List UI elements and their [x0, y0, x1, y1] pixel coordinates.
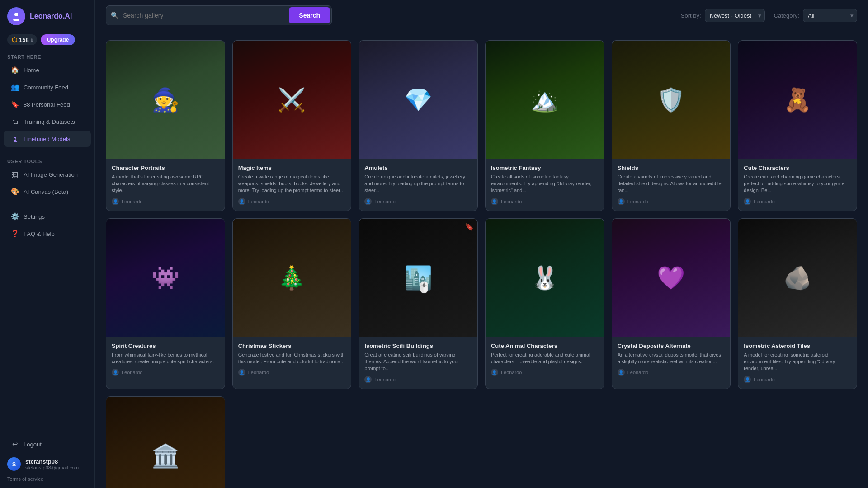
model-card-character-portraits[interactable]: 🧙Character PortraitsA model that's for c…	[106, 40, 225, 211]
author-avatar: 👤	[364, 198, 372, 205]
info-icon[interactable]: ℹ	[31, 37, 33, 43]
model-card-spirit-creatures[interactable]: 👾Spirit CreaturesFrom whimsical fairy-li…	[106, 218, 225, 389]
card-body-isometric-asteroid-tiles: Isometric Asteroid TilesA model for crea…	[738, 337, 857, 389]
user-name: stefanstp08	[25, 458, 79, 465]
model-card-shields[interactable]: 🛡️ShieldsCreate a variety of impressivel…	[612, 40, 731, 211]
card-body-magic-items: Magic ItemsCreate a wide range of magica…	[233, 159, 351, 211]
model-card-amulets[interactable]: 💎AmuletsCreate unique and intricate amul…	[359, 40, 478, 211]
card-desc-isometric-scifi-buildings: Great at creating scifi buildings of var…	[364, 352, 472, 372]
model-card-isometric-asteroid-tiles[interactable]: 🪨Isometric Asteroid TilesA model for cre…	[738, 218, 857, 389]
sidebar-item-community-feed[interactable]: 👥 Community Feed	[4, 79, 91, 95]
card-title-cute-animal-characters: Cute Animal Characters	[491, 343, 599, 349]
logout-item[interactable]: ↩ Logout	[4, 436, 91, 452]
gallery-container[interactable]: 🧙Character PortraitsA model that's for c…	[95, 31, 868, 488]
sidebar-item-ai-image-gen[interactable]: 🖼 AI Image Generation	[4, 166, 91, 183]
card-desc-shields: Create a variety of impressively varied …	[618, 174, 725, 194]
category-select-wrap: All Characters Environments Objects	[803, 9, 857, 22]
author-avatar: 👤	[618, 198, 625, 205]
bookmark-icon-isometric-scifi-buildings[interactable]: 🔖	[465, 222, 474, 231]
logout-label: Logout	[24, 441, 42, 448]
canvas-icon: 🎨	[11, 188, 19, 196]
user-profile[interactable]: S stefanstp08 stefanstp08@gmail.com	[0, 453, 94, 475]
sidebar-bottom: ↩ Logout S stefanstp08 stefanstp08@gmail…	[0, 436, 94, 488]
model-card-cute-animal-characters[interactable]: 🐰Cute Animal CharactersPerfect for creat…	[485, 218, 604, 389]
community-icon: 👥	[11, 83, 19, 91]
model-card-isometric-scifi-buildings[interactable]: 🏙️🖱️🔖Isometric Scifi BuildingsGreat at c…	[359, 218, 478, 389]
card-body-character-portraits: Character PortraitsA model that's for cr…	[106, 159, 225, 211]
card-author-cute-characters: 👤Leonardo	[744, 198, 851, 205]
token-icon: ⬡	[12, 36, 17, 43]
sidebar-item-training[interactable]: 🗂 Training & Datasets	[4, 113, 91, 130]
card-desc-isometric-fantasy: Create all sorts of isometric fantasy en…	[491, 174, 599, 194]
faq-label: FAQ & Help	[24, 230, 55, 237]
model-card-cute-characters[interactable]: 🧸Cute CharactersCreate cute and charming…	[738, 40, 857, 211]
gallery-grid: 🧙Character PortraitsA model that's for c…	[106, 40, 857, 488]
model-card-magic-items[interactable]: ⚔️Magic ItemsCreate a wide range of magi…	[232, 40, 352, 211]
card-desc-character-portraits: A model that's for creating awesome RPG …	[112, 174, 219, 194]
category-select[interactable]: All Characters Environments Objects	[803, 9, 857, 22]
card-body-crystal-deposits-alternate: Crystal Deposits AlternateAn alternative…	[612, 337, 731, 382]
card-body-isometric-fantasy: Isometric FantasyCreate all sorts of iso…	[486, 159, 604, 211]
finetuned-icon: 🎛	[11, 135, 19, 143]
author-avatar: 👤	[238, 369, 245, 376]
card-body-cute-characters: Cute CharactersCreate cute and charming …	[738, 159, 857, 211]
card-title-crystal-deposits-alternate: Crystal Deposits Alternate	[618, 343, 725, 349]
author-name: Leonardo	[501, 199, 522, 204]
credits-badge: ⬡ 158 ℹ	[7, 34, 37, 45]
card-body-cute-animal-characters: Cute Animal CharactersPerfect for creati…	[486, 337, 604, 382]
image-gen-icon: 🖼	[11, 170, 19, 178]
card-author-isometric-asteroid-tiles: 👤Leonardo	[744, 376, 851, 383]
model-card-christmas-stickers[interactable]: 🎄Christmas StickersGenerate festive and …	[232, 218, 352, 389]
card-author-magic-items: 👤Leonardo	[238, 198, 346, 205]
card-author-isometric-fantasy: 👤Leonardo	[491, 198, 599, 205]
logout-icon: ↩	[11, 440, 19, 448]
logo-avatar	[7, 7, 25, 25]
card-title-shields: Shields	[618, 164, 725, 171]
sidebar-item-ai-canvas[interactable]: 🎨 AI Canvas (Beta)	[4, 183, 91, 200]
author-avatar: 👤	[112, 369, 119, 376]
sidebar-item-settings[interactable]: ⚙️ Settings	[4, 208, 91, 225]
sidebar-item-finetuned-models[interactable]: 🎛 Finetuned Models	[4, 131, 91, 147]
card-title-christmas-stickers: Christmas Stickers	[238, 343, 346, 349]
author-avatar: 👤	[744, 376, 751, 383]
card-desc-isometric-asteroid-tiles: A model for creating isometric asteroid …	[744, 352, 851, 372]
author-name: Leonardo	[248, 199, 269, 204]
card-author-character-portraits: 👤Leonardo	[112, 198, 219, 205]
search-bar: 🔍 Search	[106, 5, 332, 25]
card-image-leonardo-signature: 🏛️	[106, 397, 225, 488]
search-input[interactable]	[123, 7, 288, 23]
model-card-leonardo-signature[interactable]: 🏛️Leonardo SignatureThe core model of th…	[106, 396, 225, 488]
sidebar-item-home[interactable]: 🏠 Home	[4, 62, 91, 78]
card-author-shields: 👤Leonardo	[618, 198, 725, 205]
topbar-controls: Sort by: Newest - Oldest Oldest - Newest…	[681, 9, 857, 22]
sort-select[interactable]: Newest - Oldest Oldest - Newest Most Pop…	[705, 9, 765, 22]
sidebar-item-personal-feed[interactable]: 🔖 88 Personal Feed	[4, 96, 91, 113]
card-author-christmas-stickers: 👤Leonardo	[238, 369, 346, 376]
model-card-isometric-fantasy[interactable]: 🏔️Isometric FantasyCreate all sorts of i…	[485, 40, 604, 211]
author-name: Leonardo	[122, 370, 143, 375]
author-name: Leonardo	[374, 377, 396, 382]
card-image-isometric-fantasy: 🏔️	[486, 41, 604, 159]
card-desc-crystal-deposits-alternate: An alternative crystal deposits model th…	[618, 352, 725, 366]
card-image-spirit-creatures: 👾	[106, 219, 225, 337]
search-icon: 🔍	[106, 12, 123, 19]
sidebar: Leonardo.Ai ⬡ 158 ℹ Upgrade Start Here 🏠…	[0, 0, 95, 488]
card-image-crystal-deposits-alternate: 💜	[612, 219, 731, 337]
card-author-amulets: 👤Leonardo	[364, 198, 472, 205]
home-label: Home	[24, 67, 39, 74]
personal-feed-label: 88 Personal Feed	[24, 101, 70, 108]
card-image-isometric-scifi-buildings: 🏙️🖱️🔖	[359, 219, 477, 337]
card-body-christmas-stickers: Christmas StickersGenerate festive and f…	[233, 337, 351, 382]
logo-area: Leonardo.Ai	[0, 0, 94, 31]
author-name: Leonardo	[627, 199, 649, 204]
finetuned-label: Finetuned Models	[24, 136, 70, 142]
main-content: 🔍 Search Sort by: Newest - Oldest Oldest…	[95, 0, 868, 488]
upgrade-button[interactable]: Upgrade	[41, 34, 75, 45]
terms-link[interactable]: Terms of service	[0, 475, 94, 483]
card-image-character-portraits: 🧙	[106, 41, 225, 159]
search-button[interactable]: Search	[289, 7, 330, 23]
model-card-crystal-deposits-alternate[interactable]: 💜Crystal Deposits AlternateAn alternativ…	[612, 218, 731, 389]
sort-select-wrap: Newest - Oldest Oldest - Newest Most Pop…	[705, 9, 765, 22]
sidebar-item-faq[interactable]: ❓ FAQ & Help	[4, 225, 91, 242]
card-body-spirit-creatures: Spirit CreaturesFrom whimsical fairy-lik…	[106, 337, 225, 382]
